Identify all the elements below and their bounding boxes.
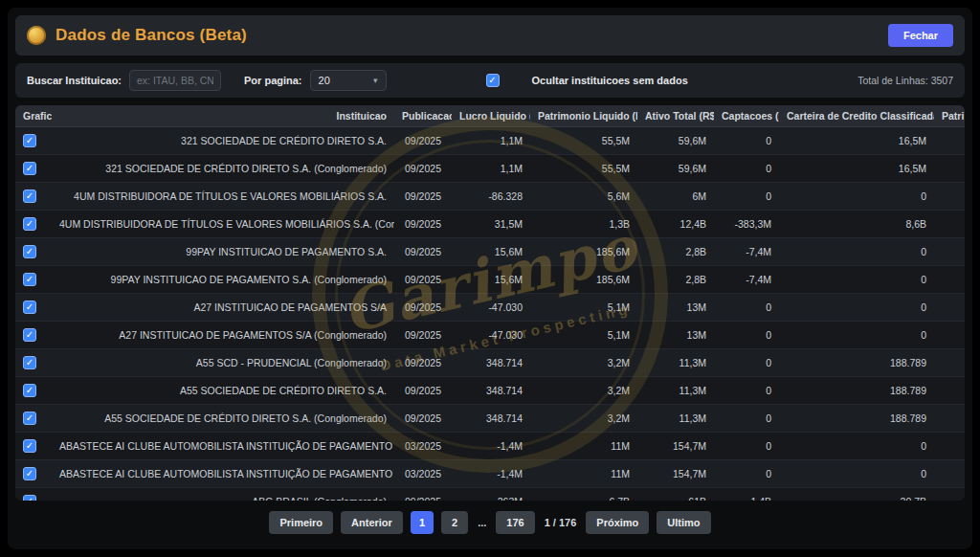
per-page-value: 20 xyxy=(319,75,330,86)
cell-grafico: ✓ xyxy=(15,182,52,210)
cell-grafico: ✓ xyxy=(15,404,52,432)
cell-captacoes: 0 xyxy=(714,154,779,182)
chart-toggle-checkbox[interactable]: ✓ xyxy=(23,245,36,258)
pagination-page-indicator: 1 / 176 xyxy=(543,517,579,528)
pagination-primeiro[interactable]: Primeiro xyxy=(269,511,333,534)
cell-institution: 321 SOCIEDADE DE CRÉDITO DIRETO S.A. xyxy=(52,126,394,154)
cell-carteira: 188.789 xyxy=(779,404,934,432)
table-row: ✓ 4UM DISTRIBUIDORA DE TÍTULOS E VALORES… xyxy=(15,210,965,237)
cell-grafico: ✓ xyxy=(15,265,52,293)
cell-patrimonio-truncated xyxy=(934,293,965,321)
chart-toggle-checkbox[interactable]: ✓ xyxy=(23,328,36,342)
pagination-page-1[interactable]: 1 xyxy=(411,511,434,534)
cell-lucro: 348.714 xyxy=(452,348,530,376)
chart-toggle-checkbox[interactable]: ✓ xyxy=(23,384,36,397)
cell-grafico: ✓ xyxy=(15,154,52,182)
cell-patrimonio: 11M xyxy=(530,459,637,487)
cell-grafico: ✓ xyxy=(15,126,52,154)
cell-patrimonio: 6,7B xyxy=(530,487,637,501)
chart-toggle-checkbox[interactable]: ✓ xyxy=(23,467,36,480)
cell-patrimonio-truncated xyxy=(934,210,965,237)
cell-carteira: 20,7B xyxy=(779,487,934,501)
chart-toggle-checkbox[interactable]: ✓ xyxy=(23,356,36,369)
cell-ativo: 12,4B xyxy=(637,210,714,237)
pagination-page-176[interactable]: 176 xyxy=(496,511,534,534)
chart-toggle-checkbox[interactable]: ✓ xyxy=(23,301,36,314)
chart-toggle-checkbox[interactable]: ✓ xyxy=(23,134,36,147)
cell-carteira: 16,5M xyxy=(779,126,934,154)
cell-publicacao: 09/2025 xyxy=(394,376,452,404)
cell-carteira: 0 xyxy=(779,459,934,487)
cell-institution: A55 SOCIEDADE DE CRÉDITO DIRETO S.A. (Co… xyxy=(52,404,394,432)
cell-carteira: 0 xyxy=(779,321,934,348)
search-input[interactable] xyxy=(129,70,221,91)
cell-captacoes: 0 xyxy=(714,321,779,348)
cell-lucro: -1,4M xyxy=(452,459,530,487)
per-page-select[interactable]: 20 ▾ xyxy=(310,70,387,91)
col-captacoes: Captacoes (R$) xyxy=(714,105,779,126)
cell-grafico: ✓ xyxy=(15,376,52,404)
chart-toggle-checkbox[interactable]: ✓ xyxy=(23,439,36,453)
chart-toggle-checkbox[interactable]: ✓ xyxy=(23,217,36,231)
chevron-down-icon: ▾ xyxy=(373,76,378,85)
chart-toggle-checkbox[interactable]: ✓ xyxy=(23,273,36,286)
cell-institution: A27 INSTITUICAO DE PAGAMENTOS S/A xyxy=(52,293,394,321)
chart-toggle-checkbox[interactable]: ✓ xyxy=(23,162,36,175)
col-instituicao: Instituicao xyxy=(52,105,394,126)
chart-toggle-checkbox[interactable]: ✓ xyxy=(23,189,36,203)
cell-grafico: ✓ xyxy=(15,432,52,459)
cell-captacoes: -1,4B xyxy=(714,487,779,501)
cell-grafico: ✓ xyxy=(15,237,52,265)
table-row: ✓ 4UM DISTRIBUIDORA DE TÍTULOS E VALORES… xyxy=(15,182,965,210)
cell-publicacao: 09/2025 xyxy=(394,265,452,293)
chart-toggle-checkbox[interactable]: ✓ xyxy=(23,412,36,425)
cell-institution: 4UM DISTRIBUIDORA DE TÍTULOS E VALORES M… xyxy=(52,182,394,210)
hide-empty-checkbox[interactable]: ✓ xyxy=(486,74,500,87)
per-page-label: Por pagina: xyxy=(244,75,302,86)
cell-patrimonio-truncated xyxy=(934,376,965,404)
cell-captacoes: -7,4M xyxy=(714,237,779,265)
cell-lucro: 1,1M xyxy=(452,154,530,182)
cell-publicacao: 09/2025 xyxy=(394,321,452,348)
pagination-proximo[interactable]: Próximo xyxy=(586,511,649,534)
cell-patrimonio-truncated xyxy=(934,265,965,293)
pagination-page-2[interactable]: 2 xyxy=(441,511,468,534)
cell-captacoes: 0 xyxy=(714,376,779,404)
table-row: ✓ 321 SOCIEDADE DE CRÉDITO DIRETO S.A. 0… xyxy=(15,126,965,154)
cell-lucro: -47.030 xyxy=(452,321,530,348)
cell-institution: 99PAY INSTITUICAO DE PAGAMENTO S.A. xyxy=(52,237,394,265)
cell-ativo: 11,3M xyxy=(637,404,714,432)
col-carteira: Carteira de Credito Classificada (R$) xyxy=(779,105,934,126)
cell-publicacao: 03/2025 xyxy=(394,459,452,487)
cell-lucro: 263M xyxy=(452,487,530,501)
cell-captacoes: -7,4M xyxy=(714,265,779,293)
cell-carteira: 16,5M xyxy=(779,154,934,182)
cell-patrimonio: 3,2M xyxy=(530,376,637,404)
cell-ativo: 11,3M xyxy=(637,348,714,376)
cell-patrimonio: 55,5M xyxy=(530,154,637,182)
pagination-ultimo[interactable]: Ultimo xyxy=(657,511,710,534)
pagination-anterior[interactable]: Anterior xyxy=(341,511,403,534)
table-row: ✓ ABASTECE AI CLUBE AUTOMOBILISTA INSTIT… xyxy=(15,432,965,459)
coin-icon xyxy=(27,26,46,45)
cell-captacoes: 0 xyxy=(714,404,779,432)
filter-bar: Buscar Instituicao: Por pagina: 20 ▾ ✓ O… xyxy=(15,63,965,98)
cell-publicacao: 09/2025 xyxy=(394,404,452,432)
table-row: ✓ 99PAY INSTITUICAO DE PAGAMENTO S.A. (C… xyxy=(15,265,965,293)
table-container: Grafico Instituicao Publicacao Lucro Liq… xyxy=(15,105,965,501)
fechar-button[interactable]: Fechar xyxy=(888,24,953,47)
cell-publicacao: 09/2025 xyxy=(394,182,452,210)
chart-toggle-checkbox[interactable]: ✓ xyxy=(23,495,36,501)
pagination: PrimeiroAnterior12...1761 / 176PróximoUl… xyxy=(15,508,965,537)
cell-patrimonio: 55,5M xyxy=(530,126,637,154)
page-frame: Dados de Bancos (Beta) Fechar Buscar Ins… xyxy=(0,0,980,557)
cell-captacoes: -383,3M xyxy=(714,210,779,237)
cell-publicacao: 09/2025 xyxy=(394,154,452,182)
total-lines-label: Total de Linhas: 3507 xyxy=(858,75,953,86)
table-row: ✓ ABASTECE AI CLUBE AUTOMOBILISTA INSTIT… xyxy=(15,459,965,487)
titlebar: Dados de Bancos (Beta) Fechar xyxy=(15,15,965,56)
col-ativo: Ativo Total (R$) xyxy=(637,105,714,126)
cell-ativo: 13M xyxy=(637,293,714,321)
col-publicacao: Publicacao xyxy=(394,105,452,126)
cell-lucro: -86.328 xyxy=(452,182,530,210)
